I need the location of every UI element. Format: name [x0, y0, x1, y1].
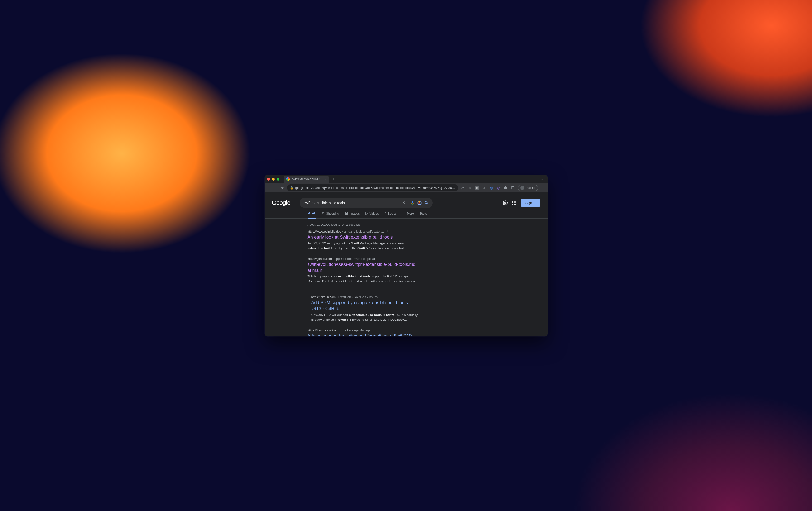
search-tabs: All 🏷 Shopping 🖼 Images ▷ Videos ▯ Books… [265, 208, 548, 218]
svg-rect-5 [419, 201, 420, 202]
search-result: https://github.com › apple › blob › main… [308, 257, 419, 289]
book-icon: ▯ [384, 211, 386, 215]
extension-icon[interactable]: R [475, 186, 479, 190]
svg-rect-1 [512, 186, 514, 189]
svg-point-6 [504, 202, 506, 204]
tab-overflow-button[interactable]: ⌄ [539, 177, 545, 181]
svg-point-4 [419, 202, 420, 204]
tab-images[interactable]: 🖼 Images [345, 211, 360, 218]
forward-button[interactable]: → [274, 186, 278, 189]
result-cite[interactable]: https://www.polpiella.dev › an-early-loo… [308, 230, 384, 233]
settings-gear-icon[interactable] [502, 200, 508, 206]
result-title[interactable]: An early look at Swift extensible build … [308, 234, 419, 240]
url-text: google.com/search?q=swift+extensible+bui… [295, 186, 456, 189]
tab-strip: swift extensible build tools - G × + ⌄ [265, 175, 548, 183]
tab-more[interactable]: ⋮ More [402, 211, 414, 218]
more-vert-icon: ⋮ [402, 211, 405, 215]
tab-close-button[interactable]: × [324, 177, 326, 181]
image-search-icon[interactable] [417, 201, 422, 205]
clear-search-icon[interactable]: ✕ [402, 200, 405, 206]
toolbar-actions: ☆ R ⚛ ◍ ◎ Paused ⋮ [461, 185, 545, 191]
result-menu-icon[interactable]: ⋮ [386, 230, 389, 233]
extension-1password-icon[interactable]: ◍ [489, 186, 494, 190]
extension-circle-icon[interactable]: ◎ [496, 186, 501, 190]
profile-chip[interactable]: Paused [518, 185, 538, 191]
search-input[interactable] [303, 201, 400, 205]
result-cite[interactable]: https://github.com › apple › blob › main… [308, 257, 376, 261]
result-menu-icon[interactable]: ⋮ [379, 295, 383, 299]
tab-all[interactable]: All [308, 211, 316, 218]
result-menu-icon[interactable]: ⋮ [374, 329, 377, 332]
bookmark-star-icon[interactable]: ☆ [468, 186, 472, 190]
extension-atom-icon[interactable]: ⚛ [482, 186, 487, 190]
browser-toolbar: ← → ⟳ 🔒 google.com/search?q=swift+extens… [265, 183, 548, 192]
search-result: https://github.com › SwiftGen › SwiftGen… [311, 295, 419, 322]
svg-rect-3 [418, 202, 421, 205]
result-title[interactable]: Adding support for linting and formattin… [308, 333, 419, 336]
browser-window: swift extensible build tools - G × + ⌄ ←… [265, 175, 548, 336]
result-snippet: Officially SPM will support extensible b… [311, 313, 419, 323]
address-bar[interactable]: 🔒 google.com/search?q=swift+extensible+b… [287, 184, 458, 191]
result-snippet: Jan 22, 2022 — Trying out the Swift Pack… [308, 241, 419, 251]
tab-shopping[interactable]: 🏷 Shopping [321, 211, 339, 218]
search-icon [308, 211, 311, 215]
share-icon[interactable] [461, 186, 465, 190]
voice-search-icon[interactable] [410, 201, 415, 205]
google-favicon-icon [286, 177, 290, 181]
page-content: Google ✕ [265, 192, 548, 336]
result-cite[interactable]: https://github.com › SwiftGen › SwiftGen… [311, 295, 378, 299]
tab-title: swift extensible build tools - G [292, 177, 323, 181]
tab-videos[interactable]: ▷ Videos [366, 211, 379, 218]
play-icon: ▷ [366, 211, 368, 215]
reload-button[interactable]: ⟳ [281, 186, 285, 189]
search-header: Google ✕ [265, 192, 548, 208]
maximize-window-button[interactable] [277, 178, 280, 181]
minimize-window-button[interactable] [272, 178, 275, 181]
svg-rect-0 [462, 188, 464, 189]
avatar-icon [520, 186, 524, 190]
search-results: https://www.polpiella.dev › an-early-loo… [265, 227, 419, 336]
result-stats: About 1,700,000 results (0.42 seconds) [265, 218, 548, 227]
result-menu-icon[interactable]: ⋮ [378, 257, 381, 261]
result-title[interactable]: swift-evolution/0303-swiftpm-extensible-… [308, 262, 419, 273]
result-cite[interactable]: https://forums.swift.org › ... › Package… [308, 329, 372, 332]
chrome-menu-icon[interactable]: ⋮ [541, 186, 545, 190]
back-button[interactable]: ← [267, 186, 271, 189]
search-result: https://forums.swift.org › ... › Package… [308, 329, 419, 336]
window-controls [267, 178, 280, 181]
google-apps-icon[interactable] [512, 201, 516, 205]
new-tab-button[interactable]: + [331, 177, 336, 181]
profile-label: Paused [526, 186, 535, 189]
search-box[interactable]: ✕ [300, 198, 433, 208]
side-panel-icon[interactable] [511, 186, 515, 190]
result-title[interactable]: Add SPM support by using extensible buil… [311, 300, 419, 311]
tools-link[interactable]: Tools [420, 212, 427, 218]
tag-icon: 🏷 [321, 211, 325, 215]
search-result: https://www.polpiella.dev › an-early-loo… [308, 230, 419, 251]
search-divider [408, 200, 408, 206]
result-snippet: This is a proposal for extensible build … [308, 274, 419, 289]
search-submit-icon[interactable] [424, 201, 429, 205]
extensions-menu-icon[interactable] [503, 186, 508, 190]
image-icon: 🖼 [345, 211, 348, 215]
close-window-button[interactable] [267, 178, 270, 181]
sign-in-button[interactable]: Sign in [521, 199, 541, 207]
lock-icon: 🔒 [290, 186, 293, 189]
browser-tab[interactable]: swift extensible build tools - G × [284, 176, 329, 183]
tab-books[interactable]: ▯ Books [384, 211, 396, 218]
google-logo[interactable]: Google [272, 199, 290, 206]
